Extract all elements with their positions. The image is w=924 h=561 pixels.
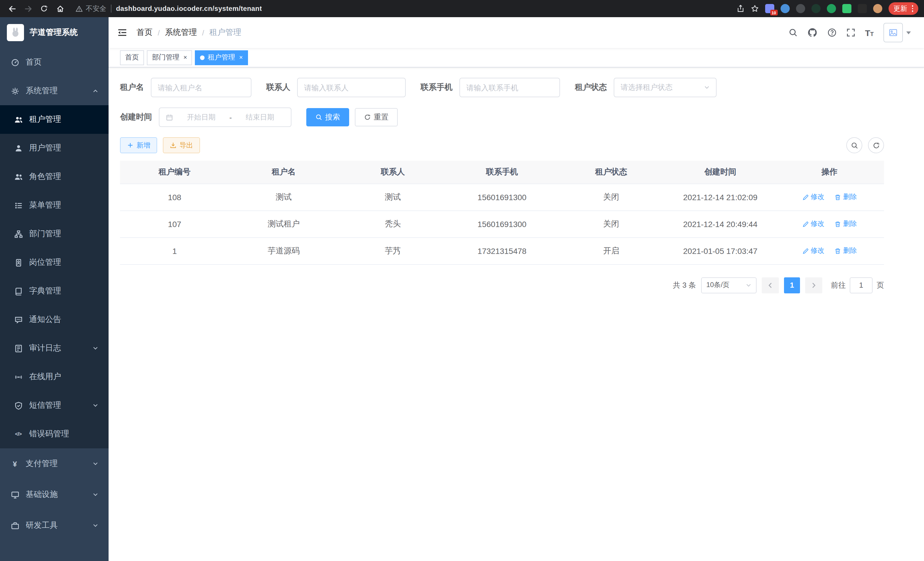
sidebar-item-error-code[interactable]: </> 错误码管理 (0, 420, 109, 448)
extension-icon-7[interactable] (857, 4, 867, 13)
tab-tenant[interactable]: 租户管理 × (195, 50, 248, 65)
extension-icon-1[interactable]: 10 (765, 4, 774, 13)
table-row: 1 芋道源码 芋艿 17321315478 开启 2021-01-05 17:0… (120, 237, 884, 264)
edit-link[interactable]: 修改 (802, 193, 824, 202)
refresh-table-button[interactable] (868, 137, 884, 153)
help-icon[interactable] (827, 28, 836, 37)
add-button[interactable]: 新增 (120, 137, 157, 153)
browser-reload-button[interactable] (38, 2, 50, 15)
sidebar-item-post[interactable]: 岗位管理 (0, 248, 109, 277)
delete-link[interactable]: 删除 (835, 246, 857, 256)
tab-home[interactable]: 首页 (120, 50, 144, 65)
close-icon[interactable]: × (183, 54, 187, 61)
status-select[interactable]: 请选择租户状态 (614, 78, 717, 97)
delete-link[interactable]: 删除 (835, 219, 857, 229)
sidebar-item-home[interactable]: 首页 (0, 48, 109, 77)
create-time-range-picker[interactable]: - (159, 108, 291, 127)
toggle-search-button[interactable] (846, 137, 862, 153)
search-button[interactable]: 搜索 (306, 108, 349, 126)
extension-icon-2[interactable] (780, 4, 789, 13)
delete-link[interactable]: 删除 (835, 193, 857, 202)
prev-page-button[interactable] (762, 277, 779, 293)
chevron-down-icon (93, 461, 98, 467)
breadcrumb-system[interactable]: 系统管理 (165, 27, 197, 38)
date-end-input[interactable] (235, 113, 285, 121)
extension-icon-4[interactable] (811, 4, 820, 13)
page-size-select[interactable]: 10条/页 (701, 277, 757, 293)
browser-actions: 10 更新 (736, 2, 918, 15)
warning-icon (75, 5, 83, 12)
sidebar-item-tenant[interactable]: 租户管理 (0, 105, 109, 134)
sidebar-menu: 首页 系统管理 租户管理 用户管理 (0, 48, 109, 541)
sidebar-item-devtools[interactable]: 研发工具 (0, 510, 109, 541)
sidebar-item-dict[interactable]: 字典管理 (0, 277, 109, 305)
extension-icon-3[interactable] (796, 4, 805, 13)
close-icon[interactable]: × (239, 54, 243, 61)
profile-avatar-icon[interactable] (873, 4, 882, 13)
browser-update-button[interactable]: 更新 (888, 2, 918, 15)
breadcrumb-separator: / (158, 28, 160, 37)
date-start-input[interactable] (177, 113, 226, 121)
table-row: 108 测试 测试 15601691300 关闭 2021-12-14 21:0… (120, 183, 884, 211)
sidebar-item-sms[interactable]: 短信管理 (0, 391, 109, 420)
font-size-icon[interactable]: TT (865, 28, 874, 37)
export-button[interactable]: 导出 (163, 137, 200, 153)
tenant-name-input[interactable] (158, 83, 244, 92)
col-contact: 联系人 (338, 161, 447, 183)
sidebar-item-system[interactable]: 系统管理 (0, 77, 109, 105)
address-bar[interactable]: 不安全 dashboard.yudao.iocoder.cn/system/te… (75, 4, 727, 14)
site-security-indicator[interactable]: 不安全 (75, 4, 106, 14)
chevron-up-icon (93, 88, 98, 94)
screen: 不安全 dashboard.yudao.iocoder.cn/system/te… (0, 0, 924, 561)
sidebar-item-payment[interactable]: ¥ 支付管理 (0, 448, 109, 479)
tabs-bar: 首页 部门管理 × 租户管理 × (109, 48, 924, 68)
sidebar-item-notice[interactable]: 通知公告 (0, 305, 109, 334)
avatar[interactable] (884, 23, 903, 42)
chevron-down-icon (704, 85, 710, 90)
github-icon[interactable] (807, 27, 818, 38)
collapse-sidebar-button[interactable] (117, 27, 128, 38)
col-actions: 操作 (775, 161, 884, 183)
goto-page-input[interactable] (850, 277, 873, 293)
security-label: 不安全 (86, 4, 106, 14)
share-icon[interactable] (736, 5, 744, 13)
contact-label: 联系人 (266, 82, 290, 93)
sidebar-item-audit-log[interactable]: 审计日志 (0, 334, 109, 362)
edit-link[interactable]: 修改 (802, 219, 824, 229)
app-title: 芋道管理系统 (30, 27, 78, 38)
edit-link[interactable]: 修改 (802, 246, 824, 256)
search-icon[interactable] (788, 28, 797, 37)
reset-button[interactable]: 重置 (355, 108, 398, 126)
contact-input[interactable] (304, 83, 399, 92)
navbar-actions: TT (788, 23, 915, 42)
bookmark-star-icon[interactable] (751, 5, 759, 13)
sidebar-item-online-user[interactable]: 在线用户 (0, 362, 109, 391)
browser-home-button[interactable] (54, 2, 66, 15)
status-text: 关闭 (556, 211, 666, 237)
user-avatar-menu[interactable] (884, 23, 911, 42)
browser-forward-button[interactable] (22, 2, 34, 15)
browser-back-button[interactable] (6, 2, 18, 15)
extension-icon-6[interactable] (842, 4, 851, 13)
url-text[interactable]: dashboard.yudao.iocoder.cn/system/tenant (116, 5, 262, 13)
fullscreen-icon[interactable] (846, 28, 855, 37)
extension-icon-5[interactable] (826, 4, 836, 13)
chevron-down-icon (93, 523, 98, 528)
browser-menu-icon[interactable] (912, 5, 913, 12)
next-page-button[interactable] (805, 277, 822, 293)
caret-down-icon (906, 31, 911, 34)
shield-icon (14, 401, 23, 410)
page-unit-label: 页 (877, 280, 884, 290)
sidebar-item-menu[interactable]: 菜单管理 (0, 191, 109, 220)
pagination: 共 3 条 10条/页 1 前往 页 (120, 277, 884, 293)
breadcrumb-home[interactable]: 首页 (136, 27, 153, 38)
sidebar-item-user[interactable]: 用户管理 (0, 134, 109, 162)
sidebar-item-role[interactable]: 角色管理 (0, 162, 109, 191)
sidebar-item-infra[interactable]: 基础设施 (0, 479, 109, 510)
mobile-input[interactable] (466, 83, 553, 92)
tab-dept[interactable]: 部门管理 × (147, 50, 192, 65)
create-time-label: 创建时间 (120, 112, 152, 122)
app-logo[interactable]: 芋道管理系统 (0, 17, 109, 48)
page-number-1[interactable]: 1 (784, 277, 800, 293)
sidebar-item-dept[interactable]: 部门管理 (0, 220, 109, 248)
